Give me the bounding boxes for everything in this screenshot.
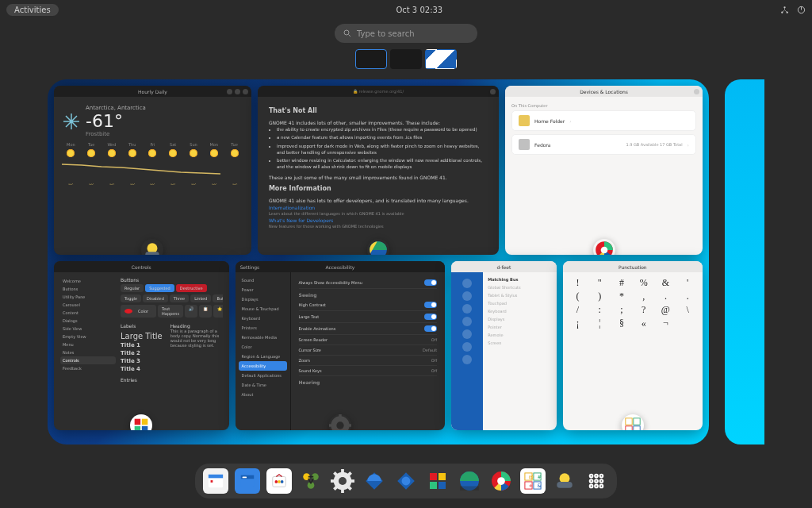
weather-chart	[62, 160, 220, 176]
svg-rect-38	[341, 469, 344, 474]
svg-point-15	[336, 422, 343, 429]
svg-rect-50	[430, 482, 437, 489]
svg-rect-48	[430, 473, 437, 480]
window-title: Devices & Locations	[580, 89, 628, 94]
svg-point-71	[600, 479, 603, 483]
drive-icon	[519, 139, 530, 150]
characters-window[interactable]: Punctuation !"#%&' ()*,.. /:;?@\ ¡¦§«¬­	[563, 261, 703, 430]
close-btn[interactable]	[694, 89, 699, 94]
svg-point-66	[590, 475, 593, 478]
svg-point-46	[339, 477, 347, 485]
svg-rect-23	[634, 426, 640, 430]
svg-rect-40	[331, 479, 335, 483]
settings-app-icon	[329, 414, 351, 430]
web-app-icon	[367, 239, 389, 255]
char-grid: !"#%&' ()*,.. /:;?@\ ¡¦§«¬­	[563, 272, 703, 334]
max-btn[interactable]	[235, 89, 240, 94]
tweaks-app-icon[interactable]	[362, 468, 387, 494]
svg-rect-19	[347, 424, 351, 427]
svg-rect-6	[146, 252, 159, 255]
toggle[interactable]	[424, 325, 437, 332]
close-btn[interactable]	[243, 89, 248, 94]
widget-factory-window[interactable]: Controls WelcomeButtonsUtility PaneCarou…	[54, 261, 229, 430]
folder-icon	[519, 115, 530, 126]
window-title: Controls	[132, 264, 151, 270]
file-item[interactable]: Fedora1.9 GB Available 17 GB Total›	[511, 134, 696, 155]
search-placeholder: Type to search	[357, 29, 415, 38]
settings-sidebar: SoundPowerDisplaysMouse & TouchpadKeyboa…	[236, 272, 291, 430]
heading: That's Not All	[269, 106, 488, 116]
svg-text:&: &	[538, 483, 542, 489]
workspace-thumb[interactable]	[390, 49, 422, 69]
window-title: Accessibility	[325, 264, 354, 270]
builder-app-icon[interactable]	[298, 468, 324, 494]
workspace-thumb[interactable]	[425, 49, 457, 69]
files-window[interactable]: Devices & Locations On This Computer Hom…	[505, 86, 703, 255]
workspace-thumb[interactable]	[355, 49, 387, 69]
svg-point-9	[600, 247, 607, 254]
widget-factory-app-icon[interactable]	[425, 468, 450, 494]
svg-rect-26	[211, 480, 213, 483]
characters-app-icon[interactable]: @#+&	[520, 468, 546, 494]
dfeet-window[interactable]: d-feet Matching Bus Global ShortcutsTabl…	[451, 261, 556, 430]
svg-rect-11	[142, 419, 148, 425]
browser-window[interactable]: 🔒 release.gnome.org/41/ That's Not All G…	[258, 86, 499, 255]
svg-point-72	[590, 485, 593, 488]
settings-window[interactable]: SettingsAccessibility SoundPowerDisplays…	[236, 261, 446, 430]
svg-point-31	[275, 480, 278, 483]
weather-temp: -61°	[86, 111, 146, 131]
weather-tabs[interactable]: Hourly Daily	[138, 89, 167, 94]
svg-rect-41	[350, 479, 354, 483]
network-icon[interactable]	[780, 6, 789, 14]
workspace-main: Hourly Daily Antarctica, Antarctica -61°…	[48, 79, 709, 444]
clock-label: Oct 3 02:33	[396, 6, 442, 14]
window-title: d-feet	[496, 264, 511, 270]
settings-app-icon[interactable]	[330, 468, 355, 494]
workspace-next[interactable]	[725, 79, 764, 444]
svg-rect-25	[209, 475, 223, 479]
web-app-icon[interactable]	[457, 468, 482, 494]
svg-rect-12	[135, 426, 141, 430]
svg-text:#: #	[538, 474, 542, 480]
file-item[interactable]: Home Folder›	[511, 110, 696, 131]
weather-window[interactable]: Hourly Daily Antarctica, Antarctica -61°…	[54, 86, 251, 255]
svg-point-73	[595, 485, 598, 488]
widget-sidebar: WelcomeButtonsUtility PaneCarouselConten…	[60, 277, 116, 383]
toggle[interactable]	[424, 279, 437, 286]
calendar-app-icon[interactable]	[203, 468, 228, 494]
disk-usage-icon	[593, 239, 615, 255]
files-app-icon[interactable]	[235, 468, 260, 494]
svg-rect-51	[439, 482, 446, 489]
show-apps-icon[interactable]	[584, 468, 609, 494]
min-btn[interactable]	[227, 89, 232, 94]
tweaks-alt-icon[interactable]	[393, 468, 419, 494]
link[interactable]: Internationalization	[269, 204, 488, 211]
svg-point-68	[600, 475, 603, 478]
svg-point-69	[590, 479, 593, 483]
svg-point-67	[595, 475, 598, 478]
link[interactable]: What's New for Developers	[269, 217, 488, 224]
svg-rect-18	[329, 424, 333, 427]
search-icon	[343, 29, 352, 38]
window-title: Punctuation	[619, 264, 647, 270]
close-btn[interactable]	[490, 89, 496, 94]
toggle[interactable]	[424, 314, 437, 320]
disk-usage-app-icon[interactable]	[488, 468, 514, 494]
dock: @#+&	[195, 464, 617, 498]
power-icon[interactable]	[797, 6, 806, 14]
weather-app-icon[interactable]	[552, 468, 577, 494]
svg-rect-20	[626, 418, 632, 425]
svg-rect-49	[439, 473, 446, 480]
activities-button[interactable]: Activities	[6, 4, 59, 16]
characters-app-icon	[622, 414, 644, 430]
svg-point-0	[783, 6, 785, 8]
software-app-icon[interactable]	[266, 468, 292, 494]
svg-rect-53	[460, 487, 479, 491]
weather-forecast-grid: MonTueWedThuFriSatSunMonTue	[62, 142, 243, 157]
svg-point-4	[344, 30, 349, 35]
toggle[interactable]	[424, 302, 437, 308]
svg-rect-16	[339, 414, 342, 418]
weather-location: Antarctica, Antarctica	[86, 105, 146, 111]
search-input[interactable]: Type to search	[335, 24, 477, 43]
svg-point-74	[600, 485, 603, 488]
